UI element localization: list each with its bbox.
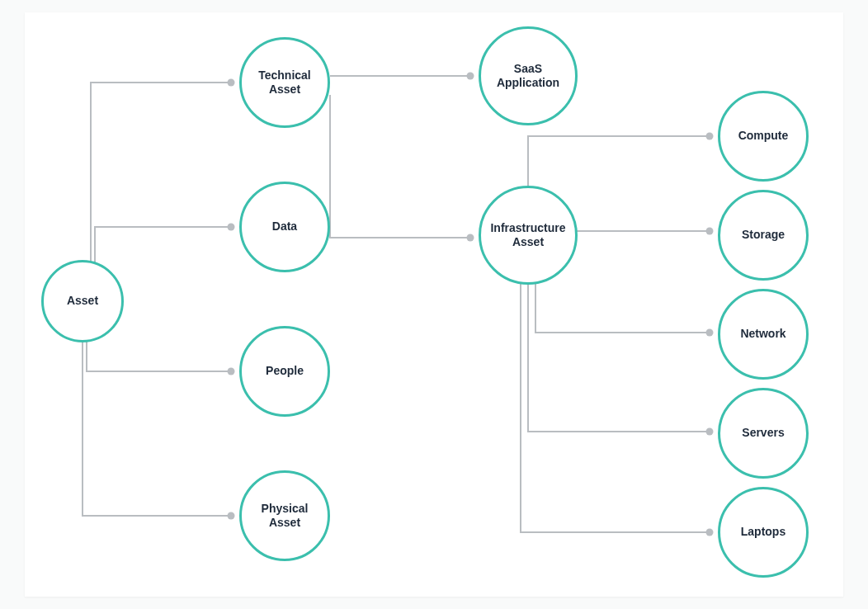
svg-point-3 [228, 512, 235, 520]
svg-point-6 [706, 133, 714, 140]
node-servers: Servers [718, 388, 809, 479]
svg-point-2 [228, 368, 235, 375]
node-compute: Compute [718, 91, 809, 182]
node-physical-asset: PhysicalAsset [239, 470, 330, 561]
node-people-label: People [266, 364, 304, 379]
node-infrastructure-asset-label: InfrastructureAsset [490, 221, 565, 250]
node-storage-label: Storage [742, 228, 785, 243]
node-compute-label: Compute [738, 129, 789, 144]
node-servers-label: Servers [742, 426, 784, 441]
node-saas-application-label: SaaSApplication [497, 62, 559, 91]
svg-point-4 [467, 73, 474, 80]
node-laptops-label: Laptops [741, 525, 785, 540]
svg-point-10 [706, 529, 714, 536]
svg-point-9 [706, 428, 714, 436]
node-asset: Asset [41, 260, 124, 342]
node-data: Data [239, 182, 330, 272]
svg-point-0 [228, 79, 235, 87]
node-technical-asset-label: TechnicalAsset [258, 68, 311, 97]
node-network: Network [718, 289, 809, 380]
diagram-canvas: Asset TechnicalAsset Data People Physica… [0, 0, 868, 609]
diagram-card: Asset TechnicalAsset Data People Physica… [25, 12, 843, 597]
svg-point-5 [467, 234, 474, 242]
svg-point-7 [706, 228, 714, 235]
node-storage: Storage [718, 190, 809, 281]
node-saas-application: SaaSApplication [479, 26, 578, 125]
svg-point-1 [228, 224, 235, 231]
node-infrastructure-asset: InfrastructureAsset [479, 186, 578, 285]
node-physical-asset-label: PhysicalAsset [262, 502, 309, 531]
node-asset-label: Asset [67, 294, 98, 309]
node-technical-asset: TechnicalAsset [239, 37, 330, 128]
connector-layer [25, 12, 843, 597]
svg-point-8 [706, 329, 714, 337]
node-data-label: Data [272, 220, 297, 234]
node-people: People [239, 326, 330, 417]
node-laptops: Laptops [718, 487, 809, 578]
node-network-label: Network [740, 327, 785, 342]
